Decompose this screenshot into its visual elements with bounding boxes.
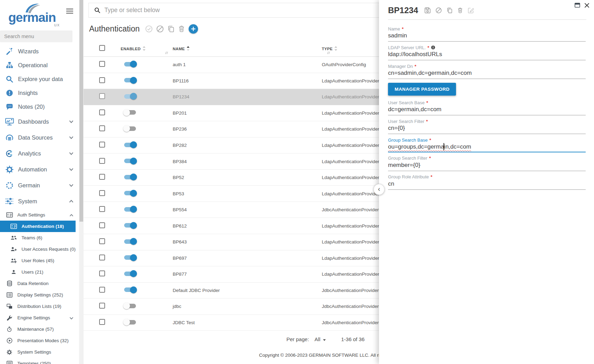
enabled-toggle[interactable]	[124, 191, 136, 195]
disable-selected-icon[interactable]	[156, 25, 164, 33]
row-checkbox[interactable]	[99, 303, 105, 309]
sidebar-item-operational[interactable]: Operational	[0, 58, 79, 72]
user-search-filter-input[interactable]: cn={0}	[388, 124, 586, 134]
sidebar-scrollbar[interactable]	[79, 0, 84, 364]
enabled-toggle[interactable]	[124, 287, 136, 292]
enable-selected-icon[interactable]	[145, 25, 153, 33]
sidebar-item-data-retention[interactable]: Data Retention	[0, 278, 79, 289]
enabled-toggle[interactable]	[124, 78, 136, 82]
sidebar-item-distribution-lists[interactable]: Distribution Lists (19)	[0, 301, 79, 312]
row-checkbox[interactable]	[99, 287, 105, 293]
sidebar-item-dashboards[interactable]: Dashboards	[0, 114, 79, 130]
row-checkbox[interactable]	[99, 206, 105, 212]
disable-icon[interactable]	[436, 7, 442, 14]
list-icon	[6, 361, 13, 364]
sliders-icon	[5, 197, 14, 205]
edit-icon[interactable]	[468, 7, 474, 14]
required-marker: *	[429, 137, 431, 143]
sidebar-item-germain[interactable]: Germain	[0, 177, 79, 193]
select-all-checkbox[interactable]	[99, 45, 105, 51]
sidebar-item-user-access-requests[interactable]: User Access Requests (0)	[0, 243, 79, 255]
sidebar-item-presentation-modes[interactable]: Presentation Modes (32)	[0, 335, 79, 346]
enabled-toggle[interactable]	[124, 320, 136, 325]
enabled-toggle[interactable]	[124, 304, 136, 308]
close-icon[interactable]	[585, 3, 589, 8]
manager-dn-input[interactable]: cn=sadmin,dc=germain,dc=com	[388, 69, 586, 79]
sidebar-item-authentication[interactable]: Authentication (18)	[0, 221, 76, 232]
expand-window-icon[interactable]	[575, 3, 580, 8]
row-checkbox[interactable]	[99, 174, 105, 180]
stacked-boxes-icon	[6, 304, 13, 309]
row-checkbox[interactable]	[99, 109, 105, 115]
enabled-toggle[interactable]	[124, 255, 136, 260]
sidebar-item-label: Teams (6)	[21, 235, 42, 240]
sidebar-item-display-settings[interactable]: Display Settings (252)	[0, 289, 79, 301]
enabled-toggle[interactable]	[124, 143, 136, 147]
chevron-down-icon	[69, 150, 74, 157]
sidebar-item-insights[interactable]: Insights	[0, 86, 79, 100]
sidebar-item-user-roles[interactable]: User Roles (45)	[0, 255, 79, 266]
row-checkbox[interactable]	[99, 255, 105, 260]
row-checkbox[interactable]	[99, 158, 105, 164]
sidebar-item-data-sources[interactable]: Data Sources	[0, 130, 79, 145]
group-role-attribute-input[interactable]: cn	[388, 180, 586, 190]
copy-icon[interactable]	[447, 7, 453, 14]
sidebar-item-users[interactable]: Users (21)	[0, 266, 79, 278]
delete-icon[interactable]	[457, 7, 463, 14]
group-search-base-input[interactable]: ou=groups,dc=germain,dc=com	[388, 143, 586, 152]
row-checkbox[interactable]	[99, 270, 105, 276]
sidebar-item-system-settings[interactable]: System Settings	[0, 346, 79, 358]
manager-password-button[interactable]: MANAGER PASSWORD	[388, 83, 456, 96]
sidebar-item-engine-settings[interactable]: Engine Settings	[0, 312, 79, 323]
sidebar-item-notes[interactable]: Notes (20)	[0, 100, 79, 114]
delete-icon[interactable]	[178, 25, 185, 33]
row-checkbox[interactable]	[99, 190, 105, 196]
enabled-toggle[interactable]	[124, 207, 136, 212]
column-resize-handle[interactable]	[326, 50, 330, 56]
chevron-up-icon	[69, 198, 74, 204]
sidebar-item-analytics[interactable]: Analytics	[0, 145, 79, 161]
sidebar-item-system[interactable]: System	[0, 193, 79, 209]
sidebar-search-input[interactable]	[0, 30, 72, 42]
user-search-base-input[interactable]: dc=germain,dc=com	[388, 105, 586, 115]
row-checkbox[interactable]	[99, 222, 105, 228]
column-resize-handle[interactable]	[164, 50, 168, 56]
group-search-filter-input[interactable]: member={0}	[388, 161, 586, 171]
sidebar-item-auth-settings[interactable]: Auth Settings	[0, 209, 79, 221]
row-checkbox[interactable]	[99, 319, 105, 325]
enabled-toggle[interactable]	[124, 62, 136, 66]
row-checkbox[interactable]	[99, 77, 105, 83]
sidebar-item-automation[interactable]: Automation	[0, 161, 79, 177]
row-checkbox[interactable]	[99, 93, 105, 99]
save-icon[interactable]	[424, 7, 431, 14]
sidebar-item-wizards[interactable]: Wizards	[0, 44, 79, 58]
enabled-toggle[interactable]	[124, 94, 136, 99]
sidebar-item-templates[interactable]: Templates (250)	[0, 358, 79, 364]
sidebar-item-maintenance[interactable]: Maintenance (57)	[0, 323, 79, 335]
enabled-toggle[interactable]	[124, 272, 136, 276]
scrollbar-thumb[interactable]	[79, 0, 83, 222]
enabled-toggle[interactable]	[124, 239, 136, 244]
sidebar-nav: Wizards Operational Explore your data In…	[0, 42, 79, 364]
enabled-toggle[interactable]	[124, 126, 136, 131]
per-page-select[interactable]: All	[315, 336, 326, 342]
ldap-server-url-input[interactable]: ldap://localhostURLs	[388, 50, 586, 60]
collapse-panel-button[interactable]: ‹	[373, 184, 385, 195]
enabled-toggle[interactable]	[124, 159, 136, 163]
row-checkbox[interactable]	[99, 125, 105, 131]
field-group-search-base: Group Search Base* ou=groups,dc=germain,…	[388, 137, 586, 152]
sidebar-item-explore-your-data[interactable]: Explore your data	[0, 72, 79, 86]
sidebar-item-teams[interactable]: Teams (6)	[0, 232, 79, 243]
enabled-toggle[interactable]	[124, 223, 136, 228]
enabled-toggle[interactable]	[124, 175, 136, 179]
name-input[interactable]: sadmin	[388, 32, 586, 42]
row-checkbox[interactable]	[99, 61, 105, 67]
column-header-name[interactable]: NAME	[173, 46, 322, 52]
add-icon[interactable]	[189, 24, 198, 34]
enabled-toggle[interactable]	[124, 110, 136, 115]
row-checkbox[interactable]	[99, 142, 105, 148]
info-icon[interactable]	[431, 45, 435, 50]
hamburger-menu-icon[interactable]	[66, 8, 74, 15]
row-checkbox[interactable]	[99, 238, 105, 244]
copy-icon[interactable]	[167, 25, 174, 33]
